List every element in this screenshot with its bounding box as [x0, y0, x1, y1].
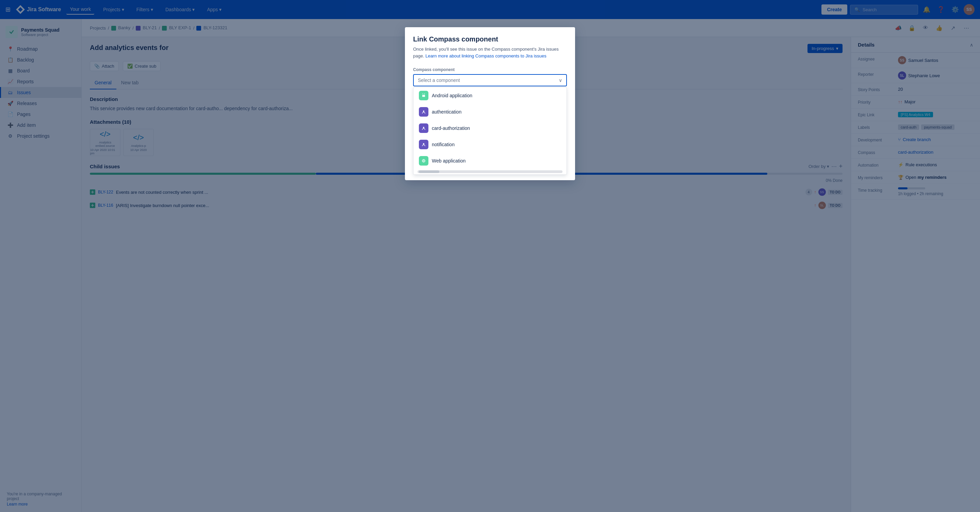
svg-point-7 [423, 111, 424, 112]
android-app-icon [419, 91, 428, 100]
dropdown-item-authentication[interactable]: authentication [414, 104, 566, 120]
modal-overlay[interactable]: Link Compass component Once linked, you'… [0, 0, 980, 512]
notification-icon [419, 140, 428, 149]
svg-point-9 [423, 127, 424, 128]
authentication-icon [419, 107, 428, 117]
modal-body: Compass component Select a component ∨ A… [405, 63, 575, 180]
dropdown-item-card-authorization[interactable]: card-authorization [414, 120, 566, 136]
compass-component-select[interactable]: Select a component ∨ [413, 74, 567, 86]
card-auth-icon [419, 124, 428, 133]
dropdown-item-web-application[interactable]: Web application [414, 153, 566, 169]
web-app-icon [419, 156, 428, 166]
dropdown-item-android[interactable]: Android application [414, 87, 566, 104]
link-compass-modal: Link Compass component Once linked, you'… [405, 27, 575, 180]
svg-point-11 [423, 143, 424, 144]
modal-title: Link Compass component [413, 35, 567, 43]
dropdown-item-notification[interactable]: notification [414, 136, 566, 153]
select-placeholder: Select a component [418, 78, 460, 83]
dropdown-scrollbar [417, 170, 563, 173]
dropdown-chevron-icon: ∨ [559, 78, 562, 83]
modal-header: Link Compass component Once linked, you'… [405, 27, 575, 63]
compass-field-label: Compass component [413, 67, 567, 72]
modal-description: Once linked, you'll see this issue on th… [413, 46, 567, 59]
component-dropdown-list: Android application authentication card-… [413, 87, 567, 175]
learn-more-link[interactable]: Learn more about linking Compass compone… [425, 53, 546, 59]
